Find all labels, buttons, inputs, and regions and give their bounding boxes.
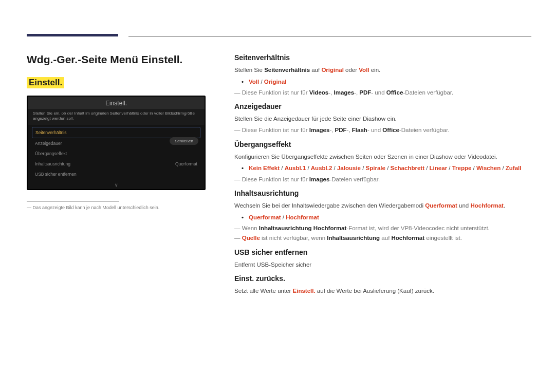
para: Wechseln Sie bei der Inhaltswiedergabe z… [234, 201, 531, 211]
t: -, [328, 89, 334, 96]
note: Diese Funktion ist nur für Images-Dateie… [234, 175, 531, 184]
opt: Original [264, 79, 286, 85]
opt: Kein Effekt [249, 165, 280, 171]
t-red: Querformat [425, 202, 457, 209]
t: - und [367, 127, 382, 133]
note: Diese Funktion ist nur für Images-, PDF-… [234, 126, 531, 135]
menu-item-label: Seitenverhältnis [35, 130, 66, 135]
t: Diese Funktion ist nur für [242, 127, 309, 133]
bullet: Kein Effekt / Ausbl.1 / Ausbl.2 / Jalous… [234, 163, 531, 173]
menu-item-value: Querformat [175, 161, 197, 166]
t: Setzt alle Werte unter [234, 288, 293, 294]
opt: Querformat [249, 214, 281, 220]
footnote-text: Das angezeigte Bild kann je nach Modell … [27, 205, 210, 210]
sep: / [447, 165, 452, 171]
sep: / [424, 165, 430, 171]
t-bold: Office [382, 127, 399, 133]
t: Wechseln Sie bei der Inhaltswiedergabe z… [234, 202, 425, 209]
t: ein. [369, 67, 381, 73]
t: Wenn [242, 225, 259, 231]
para: Stellen Sie Seitenverhältnis auf Origina… [234, 66, 531, 75]
menu-item[interactable]: Inhaltsausrichtung Querformat [32, 159, 200, 169]
sep: / [306, 165, 311, 171]
t: - und [371, 89, 386, 96]
sep: / [280, 165, 285, 171]
right-column: Seitenverhältnis Stellen Sie Seitenverhä… [234, 53, 531, 298]
opt: Ausbl.2 [311, 165, 332, 171]
page-body: Wdg.-Ger.-Seite Menü Einstell. Einstell.… [0, 0, 555, 319]
section-heading: Anzeigedauer [234, 102, 531, 110]
close-button[interactable]: Schließen [170, 137, 198, 145]
t: -Dateien verfügbar. [403, 89, 453, 96]
t: auf die Werte bei Auslieferung (Kauf) zu… [316, 288, 434, 294]
menu-item-selected[interactable]: Seitenverhältnis [32, 127, 200, 138]
section-heading: USB sicher entfernen [234, 248, 531, 256]
page-title: Wdg.-Ger.-Seite Menü Einstell. [27, 53, 210, 66]
section-heading-highlight: Einstell. [27, 77, 64, 88]
t: . [504, 202, 505, 209]
t: -, [347, 127, 352, 133]
t-bold: Inhaltsausrichtung Hochformat [259, 225, 347, 231]
t: -, [354, 89, 359, 96]
t: -, [329, 127, 335, 133]
sep: / [281, 214, 286, 220]
section-heading: Seitenverhältnis [234, 53, 531, 62]
menu-item-label: Inhaltsausrichtung [35, 161, 70, 166]
opt: Zufall [506, 165, 522, 171]
shot-description: Stellen Sie ein, ob der Inhalt im origin… [28, 109, 205, 125]
t: und [457, 202, 471, 209]
t: ist nicht verfügbar, wenn [260, 235, 327, 241]
t: Diese Funktion ist nur für [242, 176, 309, 182]
t-bold: Images [309, 127, 330, 133]
t-bold: Hochformat [392, 235, 425, 241]
para: Setzt alle Werte unter Einstell. auf die… [234, 287, 531, 296]
opt: Linear [430, 165, 448, 171]
t: Stellen Sie [234, 67, 264, 73]
opt: Jalousie [337, 165, 361, 171]
t-red: Voll [359, 67, 369, 73]
t-bold: Inhaltsausrichtung [327, 235, 380, 241]
t-bold: PDF [359, 89, 371, 96]
section-heading: Übergangseffekt [234, 140, 531, 148]
para: Entfernt USB-Speicher sicher [234, 260, 531, 270]
t-red: Quelle [242, 235, 260, 241]
t: Diese Funktion ist nur für [242, 89, 309, 96]
sep: / [471, 165, 476, 171]
menu-item-label: Anzeigedauer [35, 141, 62, 146]
left-column: Wdg.-Ger.-Seite Menü Einstell. Einstell.… [27, 53, 210, 298]
note: Quelle ist nicht verfügbar, wenn Inhalts… [234, 234, 531, 242]
t-red: Hochformat [470, 202, 504, 209]
section-heading: Einst. zurücks. [234, 274, 531, 283]
t-bold: Seitenverhältnis [264, 67, 310, 73]
t: auf [380, 235, 391, 241]
opt: Spirale [366, 165, 385, 171]
menu-item[interactable]: USB sicher entfernen [32, 169, 200, 179]
t-bold: Images [309, 176, 330, 182]
bullet: Querformat / Hochformat [234, 213, 531, 222]
shot-title: Einstell. [28, 97, 205, 109]
t: -Dateien verfügbar. [399, 127, 450, 133]
opt: Voll [249, 79, 259, 85]
t-bold: Office [386, 89, 403, 96]
section-heading: Inhaltsausrichtung [234, 189, 531, 197]
t-red: Einstell. [293, 288, 316, 294]
note: Diese Funktion ist nur für Videos-, Imag… [234, 88, 531, 97]
menu-item-label: Übergangseffekt [35, 151, 67, 156]
header-accent-bar [27, 34, 118, 36]
t: oder [344, 67, 359, 73]
sep: / [259, 79, 264, 85]
chevron-down-icon[interactable]: ∨ [28, 182, 205, 189]
para: Konfigurieren Sie Übergangseffekte zwisc… [234, 153, 531, 162]
t: -Dateien verfügbar. [329, 176, 380, 182]
bullet: Voll / Original [234, 77, 531, 86]
shot-menu-list: Seitenverhältnis Anzeigedauer Übergangse… [28, 125, 205, 182]
t: eingestellt ist. [424, 235, 462, 241]
t-red: Original [321, 67, 343, 73]
sep: / [332, 165, 337, 171]
opt: Ausbl.1 [285, 165, 306, 171]
sep: / [361, 165, 366, 171]
menu-item-label: USB sicher entfernen [35, 172, 77, 177]
footnote-divider [27, 201, 119, 202]
note: Wenn Inhaltsausrichtung Hochformat-Forma… [234, 224, 531, 233]
menu-item[interactable]: Übergangseffekt [32, 148, 200, 159]
